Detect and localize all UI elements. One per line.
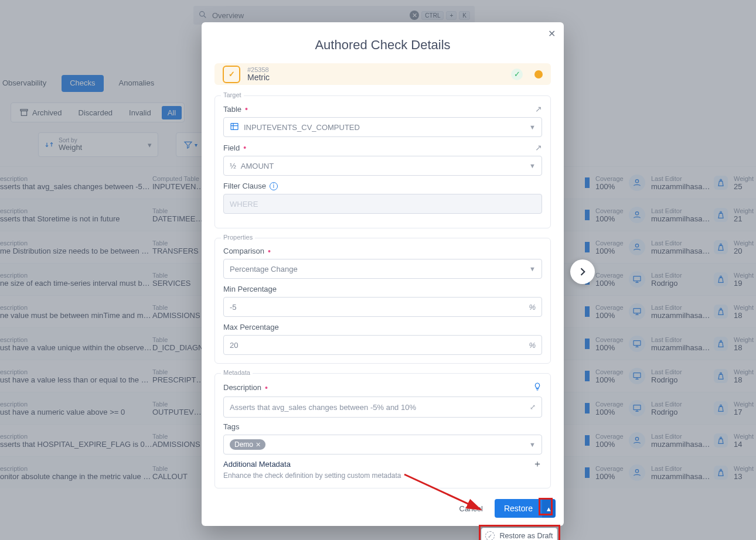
add-metadata-button[interactable]: ＋ — [533, 458, 542, 470]
field-label: Field• ↗ — [223, 143, 542, 152]
metadata-legend: Metadata — [221, 369, 253, 376]
check-details-modal: ✕ Authored Check Details ✓ #25358 Metric… — [202, 22, 564, 526]
bulb-icon[interactable] — [533, 382, 542, 393]
status-warn-icon — [534, 70, 543, 78]
open-field-icon[interactable]: ↗ — [535, 143, 542, 152]
chevron-down-icon: ▼ — [529, 441, 536, 448]
table-select[interactable]: INPUTEVENTS_CV_COMPUTED ▼ — [223, 117, 542, 137]
min-label: Min Percentage — [223, 285, 542, 293]
next-button[interactable] — [570, 259, 595, 284]
tags-input[interactable]: Demo✕ ▼ — [223, 435, 542, 454]
filter-input[interactable]: WHERE — [223, 194, 542, 214]
description-label: Description• — [223, 382, 542, 393]
open-table-icon[interactable]: ↗ — [535, 104, 542, 114]
comparison-value: Percentage Change — [230, 265, 525, 274]
check-name: Metric — [247, 73, 270, 82]
filter-placeholder: WHERE — [230, 200, 536, 209]
chevron-down-icon: ▼ — [529, 162, 536, 169]
percent-icon: % — [529, 341, 536, 350]
additional-metadata-sub: Enhance the check definition by setting … — [223, 471, 542, 480]
modal-title: Authored Check Details — [202, 22, 564, 63]
comparison-select[interactable]: Percentage Change ▼ — [223, 259, 542, 279]
expand-icon[interactable]: ⤢ — [530, 403, 536, 411]
tag-chip[interactable]: Demo✕ — [230, 439, 265, 450]
target-section: Target Table• ↗ INPUTEVENTS_CV_COMPUTED … — [214, 95, 551, 228]
field-value: AMOUNT — [241, 162, 525, 170]
restore-button[interactable]: Restore — [495, 499, 542, 518]
draft-icon: ✓ — [485, 531, 495, 540]
additional-metadata-label: Additional Metadata — [223, 460, 291, 469]
min-input[interactable]: -5 % — [223, 297, 542, 317]
max-input[interactable]: 20 % — [223, 335, 542, 355]
description-value: Asserts that avg_sales changes between -… — [230, 403, 525, 412]
svg-rect-37 — [231, 123, 238, 129]
modal-footer: Cancel Restore ▴ ✓ Restore as Draft — [202, 493, 564, 526]
metric-icon: ✓ — [223, 66, 240, 83]
cancel-button[interactable]: Cancel — [454, 500, 489, 518]
metadata-section: Metadata Description• Asserts that avg_s… — [214, 373, 551, 488]
properties-legend: Properties — [221, 234, 255, 241]
percent-icon: % — [529, 303, 536, 312]
restore-dropdown-button[interactable]: ▴ — [542, 499, 556, 518]
chevron-down-icon: ▼ — [529, 124, 536, 131]
remove-tag-icon[interactable]: ✕ — [256, 441, 261, 449]
properties-section: Properties Comparison• Percentage Change… — [214, 238, 551, 364]
table-value: INPUTEVENTS_CV_COMPUTED — [244, 123, 525, 132]
chevron-down-icon: ▼ — [529, 265, 536, 272]
filter-label: Filter Clause i — [223, 182, 542, 190]
min-value: -5 — [230, 303, 524, 312]
table-label: Table• ↗ — [223, 104, 542, 114]
target-legend: Target — [221, 91, 244, 98]
chevron-up-icon: ▴ — [547, 504, 551, 513]
tags-label: Tags — [223, 422, 542, 431]
comparison-label: Comparison• — [223, 247, 542, 255]
status-pass-icon: ✓ — [511, 69, 523, 80]
metric-banner: ✓ #25358 Metric ✓ — [214, 63, 551, 85]
table-icon — [230, 122, 239, 133]
info-icon[interactable]: i — [270, 182, 278, 190]
description-input[interactable]: Asserts that avg_sales changes between -… — [223, 397, 542, 418]
close-button[interactable]: ✕ — [548, 28, 556, 39]
max-value: 20 — [230, 341, 524, 350]
chevron-right-icon — [577, 266, 588, 278]
restore-as-draft-option[interactable]: ✓ Restore as Draft — [481, 528, 557, 540]
fraction-icon: ½ — [230, 162, 236, 170]
field-select[interactable]: ½ AMOUNT ▼ — [223, 156, 542, 176]
max-label: Max Percentage — [223, 323, 542, 331]
